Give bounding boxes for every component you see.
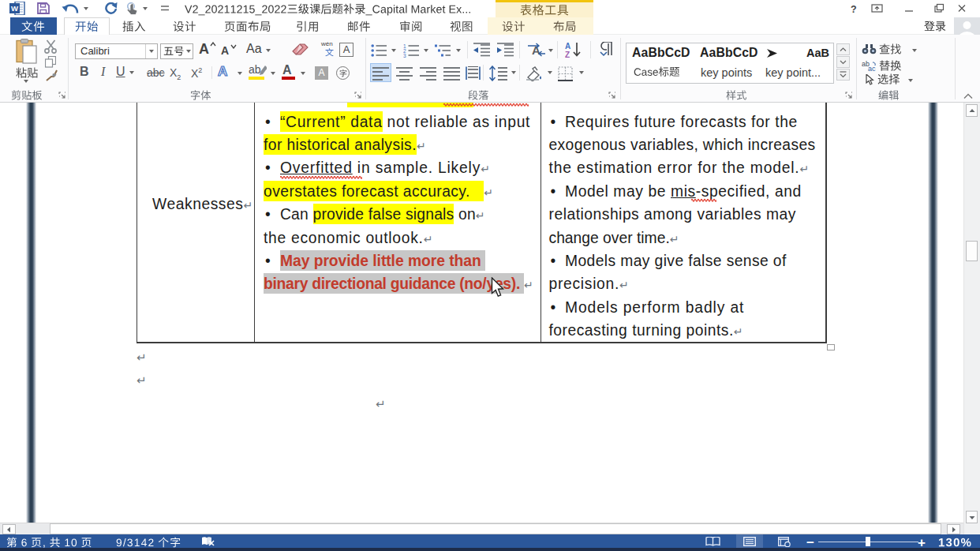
- svg-text:ac: ac: [868, 65, 876, 71]
- svg-text:A: A: [565, 42, 570, 51]
- svg-text:W: W: [11, 4, 18, 13]
- svg-text:?: ?: [851, 4, 857, 15]
- svg-text:3: 3: [403, 53, 406, 58]
- svg-text:Z: Z: [565, 51, 570, 58]
